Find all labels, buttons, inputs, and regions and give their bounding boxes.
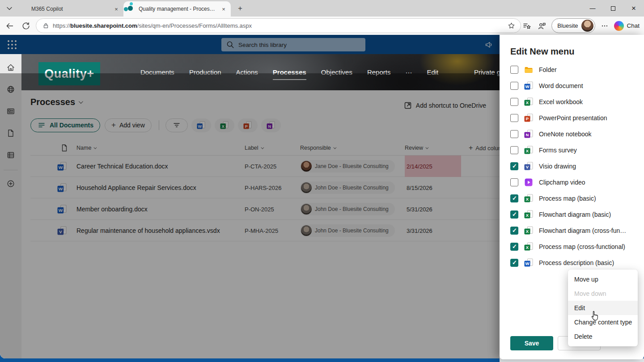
profile-button[interactable]: Bluesite (551, 18, 595, 33)
checkbox[interactable] (510, 98, 518, 106)
favorites-icon (522, 21, 531, 30)
new-menu-item[interactable]: X Flowchart diagram (cross-fun… (510, 223, 640, 239)
browser-toolbar: https://bluesite.sharepoint.com/sites/qm… (0, 17, 644, 35)
profile-name: Bluesite (557, 22, 578, 29)
browser-tab[interactable]: Quality management - Processes - × (123, 1, 231, 17)
new-tab-button[interactable]: + (234, 3, 246, 14)
excel-icon: X (524, 146, 533, 155)
settings-menu-button[interactable] (598, 19, 611, 33)
new-menu-item[interactable]: X Forms survey (510, 142, 640, 158)
context-menu-item[interactable]: Edit (568, 301, 638, 315)
new-menu-item[interactable]: X Flowchart diagram (basic) (510, 206, 640, 223)
copilot-chat-button[interactable]: Chat (614, 21, 640, 31)
visio-icon: V (524, 162, 533, 171)
new-menu-item[interactable]: Clipchamp video (510, 174, 640, 190)
new-menu-item[interactable]: N OneNote notebook (510, 126, 640, 142)
back-button[interactable] (4, 20, 16, 32)
context-menu-item[interactable]: Change content type (568, 315, 638, 329)
minimize-button[interactable]: — (582, 0, 603, 17)
context-menu-item[interactable]: Move up (568, 272, 638, 286)
panel-title: Edit New menu (510, 46, 574, 57)
person-chat-icon (538, 21, 547, 30)
window-controls: — × (582, 0, 644, 17)
new-menu-item-label: Process description (basic) (539, 259, 614, 266)
checkbox[interactable] (510, 194, 518, 202)
new-menu-item-label: OneNote notebook (539, 130, 592, 138)
profile-avatar (581, 20, 593, 32)
reload-icon (21, 21, 30, 30)
checkbox[interactable] (510, 146, 518, 154)
new-menu-item-label: Visio drawing (539, 163, 576, 170)
folder-icon (524, 65, 533, 74)
new-menu-item-label: Flowchart diagram (basic) (539, 211, 611, 218)
lock-icon (42, 22, 49, 29)
checkbox[interactable] (510, 114, 518, 122)
onenote-icon: N (524, 130, 533, 139)
new-menu-item-label: Word document (539, 82, 583, 89)
new-menu-item-label: Folder (539, 66, 557, 73)
reload-button[interactable] (20, 20, 32, 32)
word-icon: W (524, 258, 533, 267)
chevron-down-icon (5, 4, 14, 13)
favorites-button[interactable] (520, 19, 534, 33)
browser-essentials-button[interactable] (535, 19, 549, 33)
svg-text:V: V (526, 164, 529, 169)
excel-icon: X (524, 226, 533, 235)
checkbox[interactable] (510, 66, 518, 74)
copilot-icon (614, 21, 624, 31)
svg-text:X: X (526, 245, 529, 250)
new-menu-list: Folder W Word document X Excel workbook … (510, 62, 640, 271)
toolbar-right: Bluesite Chat (519, 17, 644, 35)
copilot-icon (21, 5, 28, 13)
tab-close-icon[interactable]: × (220, 5, 227, 13)
checkbox[interactable] (510, 243, 518, 251)
new-menu-item-label: Process map (basic) (539, 195, 596, 202)
new-menu-item[interactable]: X Excel workbook (510, 94, 640, 110)
svg-text:W: W (525, 84, 530, 89)
new-menu-item-label: Forms survey (539, 147, 577, 154)
context-menu-item[interactable]: Move down (568, 286, 638, 301)
close-button[interactable]: × (623, 0, 644, 17)
checkbox[interactable] (510, 130, 518, 138)
browser-tab-strip: M365 Copilot × Quality management - Proc… (0, 0, 644, 17)
checkbox[interactable] (510, 178, 518, 186)
excel-icon: X (524, 97, 533, 106)
new-menu-item-label: Flowchart diagram (cross-fun… (539, 227, 626, 234)
svg-text:X: X (526, 229, 529, 234)
new-menu-item[interactable]: Folder (510, 62, 640, 78)
maximize-icon (611, 6, 615, 11)
clipchamp-icon (524, 178, 533, 187)
new-menu-item[interactable]: W Process description (basic) (510, 255, 640, 271)
new-menu-item-label: PowerPoint presentation (539, 114, 607, 122)
browser-tab[interactable]: M365 Copilot × (16, 1, 123, 17)
maximize-button[interactable] (603, 0, 623, 17)
browser-tabs: M365 Copilot × Quality management - Proc… (16, 1, 231, 17)
svg-text:W: W (525, 261, 530, 266)
tab-search-button[interactable] (3, 3, 15, 14)
checkbox[interactable] (510, 259, 518, 267)
home-icon (6, 63, 15, 72)
powerpoint-icon: P (524, 114, 533, 122)
context-menu: Move upMove downEditChange content typeD… (568, 269, 638, 346)
checkbox[interactable] (510, 210, 518, 219)
favorite-star-icon[interactable] (508, 22, 515, 29)
save-button[interactable]: Save (510, 336, 553, 350)
new-menu-item[interactable]: V Visio drawing (510, 158, 640, 174)
chat-label: Chat (627, 22, 640, 29)
svg-text:X: X (526, 213, 529, 218)
svg-text:P: P (526, 116, 529, 121)
tab-close-icon[interactable]: × (113, 5, 120, 13)
address-bar[interactable]: https://bluesite.sharepoint.com/sites/qm… (36, 18, 521, 33)
new-menu-item[interactable]: P PowerPoint presentation (510, 110, 640, 126)
checkbox[interactable] (510, 162, 518, 170)
svg-text:N: N (526, 132, 529, 137)
checkbox[interactable] (510, 82, 518, 90)
new-menu-item[interactable]: W Word document (510, 78, 640, 94)
checkbox[interactable] (510, 227, 518, 235)
context-menu-item[interactable]: Delete (568, 329, 638, 344)
rail-button[interactable] (4, 60, 18, 75)
new-menu-item[interactable]: X Process map (basic) (510, 190, 640, 206)
svg-text:X: X (526, 148, 529, 153)
svg-text:X: X (526, 100, 529, 105)
new-menu-item[interactable]: X Process map (cross-functional) (510, 239, 640, 255)
